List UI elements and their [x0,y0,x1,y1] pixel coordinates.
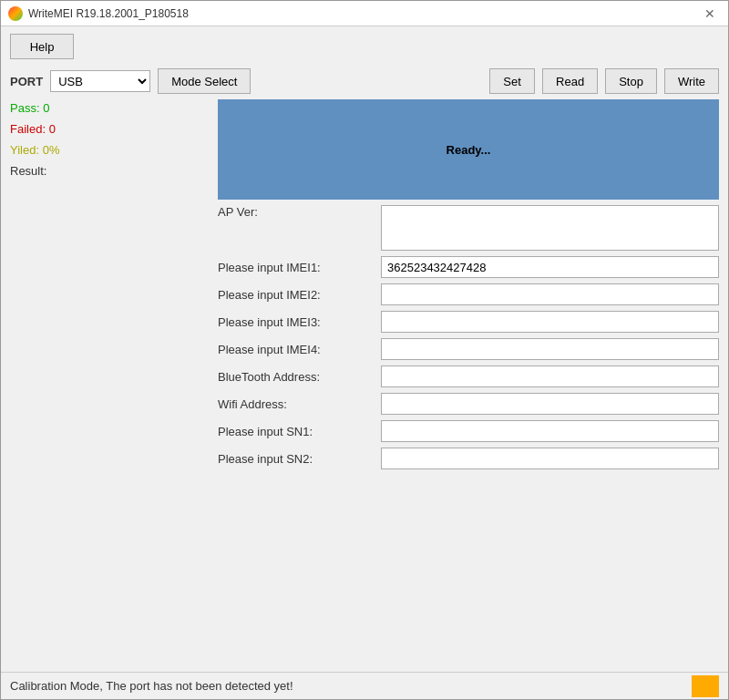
imei2-label: Please input IMEI2: [218,288,377,302]
mode-select-button[interactable]: Mode Select [158,68,251,94]
sn2-input[interactable] [381,448,719,469]
sn1-input[interactable] [381,420,719,442]
bt-row: BlueTooth Address: [218,365,719,387]
imei1-input[interactable] [381,256,719,278]
write-button[interactable]: Write [664,68,719,94]
sn1-label: Please input SN1: [218,425,377,438]
status-text: Calibration Mode, The port has not been … [10,679,293,693]
imei4-input[interactable] [381,338,719,360]
imei1-label: Please input IMEI1: [218,261,377,274]
imei1-row: Please input IMEI1: [218,256,719,278]
left-panel: Pass: 0 Failed: 0 Yiled: 0% Result: [10,99,210,664]
ap-ver-row: AP Ver: [218,205,719,251]
imei2-row: Please input IMEI2: [218,283,719,305]
read-button[interactable]: Read [542,68,598,94]
imei3-row: Please input IMEI3: [218,311,719,333]
title-text: WriteMEI R19.18.2001_P180518 [28,7,189,20]
title-bar-left: WriteMEI R19.18.2001_P180518 [8,6,189,21]
stop-button[interactable]: Stop [605,68,657,94]
main-area: Pass: 0 Failed: 0 Yiled: 0% Result: [10,99,719,664]
port-select[interactable]: USBCOM1COM2COM3 [50,70,150,92]
help-toolbar: Help [10,34,719,59]
ap-ver-label: AP Ver: [218,205,377,219]
status-bar: Calibration Mode, The port has not been … [1,672,728,699]
help-button[interactable]: Help [10,34,74,59]
bt-input[interactable] [381,365,719,387]
sn2-row: Please input SN2: [218,448,719,469]
main-window: WriteMEI R19.18.2001_P180518 ✕ Help PORT… [0,0,729,700]
close-button[interactable]: ✕ [699,5,721,23]
imei2-input[interactable] [381,283,719,305]
result-status: Result: [10,162,210,180]
ap-ver-input[interactable] [381,205,719,251]
content-area: Help PORT USBCOM1COM2COM3 Mode Select Se… [1,26,728,672]
set-button[interactable]: Set [489,68,535,94]
imei3-input[interactable] [381,311,719,333]
app-icon [8,6,23,21]
imei4-label: Please input IMEI4: [218,343,377,356]
title-bar: WriteMEI R19.18.2001_P180518 ✕ [1,1,728,26]
sn2-label: Please input SN2: [218,452,377,466]
yield-status: Yiled: 0% [10,141,210,159]
port-row: PORT USBCOM1COM2COM3 Mode Select Set Rea… [10,68,719,94]
failed-status: Failed: 0 [10,120,210,138]
sn1-row: Please input SN1: [218,420,719,442]
ready-text: Ready... [447,143,491,157]
ready-box: Ready... [218,99,719,200]
bt-label: BlueTooth Address: [218,370,377,384]
wifi-row: Wifi Address: [218,393,719,415]
status-indicator [692,675,719,697]
right-panel: Ready... AP Ver: Please input IMEI1: Ple… [218,99,719,664]
wifi-label: Wifi Address: [218,397,377,411]
wifi-input[interactable] [381,393,719,415]
imei4-row: Please input IMEI4: [218,338,719,360]
pass-status: Pass: 0 [10,99,210,117]
port-label: PORT [10,75,43,88]
imei3-label: Please input IMEI3: [218,315,377,329]
